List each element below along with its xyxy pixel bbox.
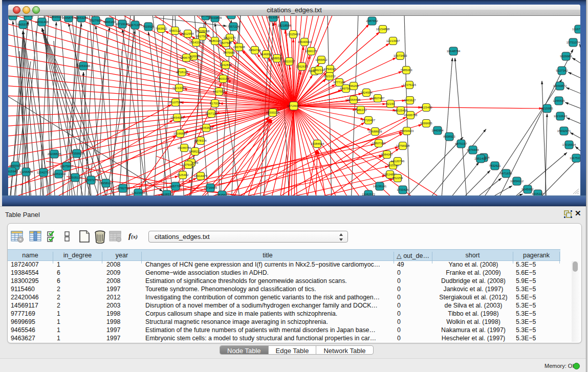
svg-text:1962144: 1962144 xyxy=(313,69,325,72)
svg-text:12213369: 12213369 xyxy=(172,86,186,90)
svg-text:9465505: 9465505 xyxy=(9,164,21,167)
svg-text:12505135: 12505135 xyxy=(69,176,82,179)
svg-text:7625402: 7625402 xyxy=(177,173,189,177)
svg-text:15751074: 15751074 xyxy=(567,41,580,44)
svg-text:10973493: 10973493 xyxy=(394,54,407,57)
svg-text:2803144: 2803144 xyxy=(217,77,229,80)
svg-text:9875685: 9875685 xyxy=(223,51,235,54)
svg-text:746266: 746266 xyxy=(349,84,359,87)
svg-text:19384554: 19384554 xyxy=(311,142,324,145)
svg-text:16107554: 16107554 xyxy=(169,101,183,104)
svg-text:20691406: 20691406 xyxy=(35,20,49,24)
svg-text:3824554: 3824554 xyxy=(360,91,373,94)
svg-text:7403707: 7403707 xyxy=(22,16,34,17)
svg-text:2367608: 2367608 xyxy=(233,46,245,49)
svg-text:19756928: 19756928 xyxy=(396,144,410,147)
svg-text:20458757: 20458757 xyxy=(62,16,76,19)
svg-text:9827503: 9827503 xyxy=(196,35,208,38)
svg-text:9315227: 9315227 xyxy=(532,192,544,195)
svg-text:16154838: 16154838 xyxy=(376,28,390,31)
svg-text:7832621: 7832621 xyxy=(489,164,501,167)
svg-text:1588520: 1588520 xyxy=(271,57,283,60)
svg-text:8813054: 8813054 xyxy=(267,16,279,19)
svg-text:17016504: 17016504 xyxy=(562,143,576,146)
svg-text:9660124: 9660124 xyxy=(169,29,181,32)
svg-text:1244415: 1244415 xyxy=(553,99,565,102)
svg-text:9405571: 9405571 xyxy=(8,16,19,17)
svg-text:8215955: 8215955 xyxy=(541,107,553,110)
svg-text:15692971: 15692971 xyxy=(557,129,571,133)
svg-text:8267110: 8267110 xyxy=(206,112,218,115)
svg-text:20053346: 20053346 xyxy=(77,64,91,68)
svg-text:19654925: 19654925 xyxy=(170,116,184,119)
svg-text:11167533: 11167533 xyxy=(572,28,580,31)
svg-text:1733426: 1733426 xyxy=(397,188,409,191)
svg-text:12042757: 12042757 xyxy=(37,171,51,174)
svg-text:1955812: 1955812 xyxy=(315,58,328,61)
svg-text:817004: 817004 xyxy=(210,102,221,105)
svg-text:7515526: 7515526 xyxy=(142,25,155,28)
svg-text:8912954: 8912954 xyxy=(182,32,194,35)
svg-text:18300295: 18300295 xyxy=(266,111,280,114)
svg-text:10590762: 10590762 xyxy=(225,16,238,16)
svg-text:18724007: 18724007 xyxy=(287,104,301,107)
svg-text:9405571: 9405571 xyxy=(17,23,29,26)
svg-text:8878334: 8878334 xyxy=(194,139,207,142)
svg-text:9242848: 9242848 xyxy=(220,63,232,67)
svg-text:16782759: 16782759 xyxy=(116,187,130,190)
svg-text:9108570: 9108570 xyxy=(161,193,173,195)
svg-text:10835631: 10835631 xyxy=(215,193,229,195)
svg-text:9474444: 9474444 xyxy=(467,148,479,151)
svg-text:19166829: 19166829 xyxy=(173,132,187,135)
svg-text:6794028: 6794028 xyxy=(324,68,336,71)
svg-text:2718126: 2718126 xyxy=(176,71,188,74)
svg-text:13325419: 13325419 xyxy=(287,33,300,36)
svg-text:19654923: 19654923 xyxy=(400,129,414,133)
svg-text:11082572: 11082572 xyxy=(362,193,376,195)
svg-text:7663822: 7663822 xyxy=(155,27,167,30)
svg-text:9777169: 9777169 xyxy=(333,81,345,84)
svg-text:10688609: 10688609 xyxy=(368,130,382,133)
svg-text:16033809: 16033809 xyxy=(208,16,222,19)
svg-text:2951402: 2951402 xyxy=(474,157,487,160)
svg-text:1575044: 1575044 xyxy=(182,163,194,166)
svg-text:10120746: 10120746 xyxy=(391,160,405,163)
svg-text:10807487: 10807487 xyxy=(371,97,385,100)
svg-text:17957275: 17957275 xyxy=(84,179,98,182)
svg-text:19218586: 19218586 xyxy=(278,24,292,27)
svg-text:1527602: 1527602 xyxy=(90,19,102,22)
svg-text:1440954: 1440954 xyxy=(431,129,444,132)
svg-text:17375115: 17375115 xyxy=(403,83,417,86)
svg-text:9146821: 9146821 xyxy=(260,53,272,56)
svg-text:16543382: 16543382 xyxy=(189,41,203,44)
svg-text:9827508: 9827508 xyxy=(220,41,232,45)
svg-text:12093872: 12093872 xyxy=(553,84,567,87)
svg-text:7986372: 7986372 xyxy=(355,108,367,112)
svg-text:12213967: 12213967 xyxy=(386,39,400,42)
svg-text:2087652: 2087652 xyxy=(366,19,378,23)
svg-text:10975867: 10975867 xyxy=(60,165,74,168)
svg-text:9657791: 9657791 xyxy=(169,185,182,188)
svg-text:9084067: 9084067 xyxy=(381,153,393,156)
svg-text:15720407: 15720407 xyxy=(362,119,376,122)
svg-text:8454749: 8454749 xyxy=(249,49,261,52)
svg-text:16648784: 16648784 xyxy=(447,50,461,53)
svg-text:10210643: 10210643 xyxy=(554,115,568,118)
svg-text:9896742: 9896742 xyxy=(180,56,192,59)
svg-text:20206536: 20206536 xyxy=(48,152,61,156)
svg-text:6466160: 6466160 xyxy=(103,20,116,24)
svg-text:3915945: 3915945 xyxy=(8,170,18,173)
svg-text:10654112: 10654112 xyxy=(510,180,524,183)
svg-text:10653287: 10653287 xyxy=(75,16,89,19)
svg-text:16671385: 16671385 xyxy=(128,24,142,27)
svg-text:1696175: 1696175 xyxy=(305,50,317,53)
svg-text:8471676: 8471676 xyxy=(500,172,512,175)
svg-text:11156829: 11156829 xyxy=(19,170,33,173)
svg-text:17359928: 17359928 xyxy=(70,152,84,155)
svg-text:16914479: 16914479 xyxy=(194,174,208,178)
svg-text:9498222: 9498222 xyxy=(189,150,201,153)
svg-text:12353594: 12353594 xyxy=(200,126,213,129)
svg-text:8938923: 8938923 xyxy=(443,135,455,138)
svg-text:9463627: 9463627 xyxy=(404,99,416,102)
svg-text:8822037: 8822037 xyxy=(283,60,295,63)
